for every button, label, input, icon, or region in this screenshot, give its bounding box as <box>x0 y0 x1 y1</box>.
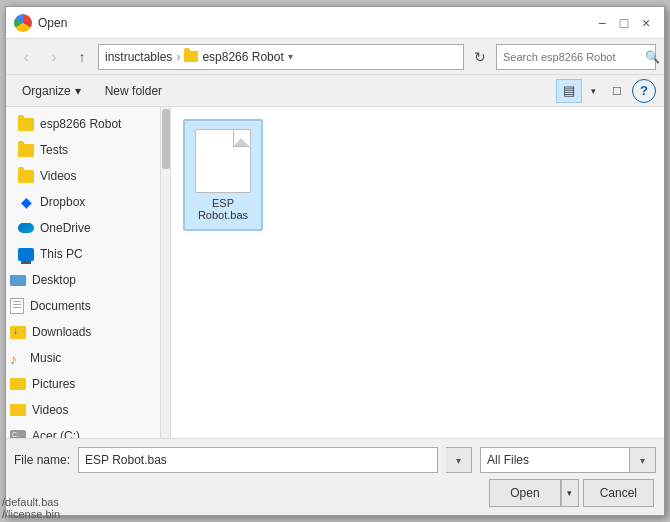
sidebar-label-thispc: This PC <box>40 247 83 261</box>
close-button[interactable]: × <box>636 13 656 33</box>
search-input[interactable] <box>503 51 641 63</box>
chrome-icon <box>14 14 32 32</box>
filename-dropdown-button[interactable]: ▾ <box>446 447 472 473</box>
maximize-button[interactable]: □ <box>614 13 634 33</box>
cancel-button[interactable]: Cancel <box>583 479 654 507</box>
new-folder-button[interactable]: New folder <box>97 79 170 103</box>
organize-button[interactable]: Organize ▾ <box>14 79 89 103</box>
title-controls: − □ × <box>592 13 656 33</box>
sidebar-item-videos[interactable]: Videos <box>6 397 170 423</box>
sidebar-item-dropbox[interactable]: ◆ Dropbox <box>6 189 170 215</box>
scrollbar-thumb <box>162 109 170 169</box>
sidebar-item-music[interactable]: ♪ Music <box>6 345 170 371</box>
breadcrumb-part2: esp8266 Robot <box>202 50 283 64</box>
thispc-icon <box>18 248 34 261</box>
sidebar-item-acer-c[interactable]: Acer (C:) <box>6 423 170 438</box>
bottom-bar: File name: ▾ All Files ▾ Open ▾ Cancel <box>6 438 664 515</box>
sidebar-label-tests: Tests <box>40 143 68 157</box>
title-bar-left: Open <box>14 14 67 32</box>
videos-icon <box>10 404 26 416</box>
open-dropdown-button[interactable]: ▾ <box>561 479 579 507</box>
sidebar-label-videos-side: Videos <box>40 169 76 183</box>
address-bar[interactable]: instructables › esp8266 Robot ▾ <box>98 44 464 70</box>
sidebar-label-onedrive: OneDrive <box>40 221 91 235</box>
new-folder-label: New folder <box>105 84 162 98</box>
forward-button[interactable]: › <box>42 45 66 69</box>
folder-icon <box>184 51 198 62</box>
action-bar: Organize ▾ New folder ▤ ▾ □ ? <box>6 75 664 107</box>
sidebar-item-thispc[interactable]: This PC <box>6 241 170 267</box>
downloads-icon <box>10 326 26 339</box>
layout-button[interactable]: □ <box>604 79 630 103</box>
sidebar-label-downloads: Downloads <box>32 325 91 339</box>
dialog-title: Open <box>38 16 67 30</box>
file-item-esp-robot-bas[interactable]: ESP Robot.bas <box>183 119 263 231</box>
search-icon: 🔍 <box>645 50 660 64</box>
filename-input[interactable] <box>78 447 438 473</box>
filetype-group: All Files ▾ <box>480 447 656 473</box>
minimize-button[interactable]: − <box>592 13 612 33</box>
breadcrumb-part1: instructables <box>105 50 172 64</box>
filetype-select[interactable]: All Files <box>480 447 630 473</box>
filename-row: File name: ▾ All Files ▾ <box>14 447 656 473</box>
sidebar-label-desktop: Desktop <box>32 273 76 287</box>
onedrive-icon <box>18 223 34 233</box>
open-button[interactable]: Open <box>489 479 560 507</box>
sidebar-item-videos-side[interactable]: Videos <box>6 163 170 189</box>
help-button[interactable]: ? <box>632 79 656 103</box>
refresh-button[interactable]: ↻ <box>468 45 492 69</box>
back-button[interactable]: ‹ <box>14 45 38 69</box>
file-name-esp-robot-bas: ESP Robot.bas <box>189 197 257 221</box>
filetype-dropdown-button[interactable]: ▾ <box>630 447 656 473</box>
bg-text-line1: //license.bin <box>2 508 60 520</box>
sidebar-item-tests[interactable]: Tests <box>6 137 170 163</box>
view-controls: ▤ ▾ □ ? <box>556 79 656 103</box>
file-area[interactable]: ESP Robot.bas <box>171 107 664 438</box>
view-dropdown-button[interactable]: ▾ <box>584 79 602 103</box>
filetype-value: All Files <box>487 453 529 467</box>
main-content: esp8266 Robot Tests Videos ◆ Dropbox One… <box>6 107 664 438</box>
sidebar-label-acer-c: Acer (C:) <box>32 429 80 438</box>
open-dialog: Open − □ × ‹ › ↑ instructables › esp8266… <box>5 6 665 516</box>
organize-chevron: ▾ <box>75 84 81 98</box>
breadcrumb-sep1: › <box>176 50 180 64</box>
search-bar[interactable]: 🔍 <box>496 44 656 70</box>
drive-icon <box>10 430 26 439</box>
desktop-icon <box>10 275 26 286</box>
title-bar: Open − □ × <box>6 7 664 39</box>
toolbar: ‹ › ↑ instructables › esp8266 Robot ▾ ↻ … <box>6 39 664 75</box>
sidebar-item-downloads[interactable]: Downloads <box>6 319 170 345</box>
sidebar-item-esp8266-robot[interactable]: esp8266 Robot <box>6 111 170 137</box>
breadcrumb: instructables › esp8266 Robot <box>105 50 284 64</box>
bg-text-line2: /default.bas <box>2 496 59 508</box>
folder-special-icon <box>18 118 34 131</box>
view-list-button[interactable]: ▤ <box>556 79 582 103</box>
open-button-group: Open ▾ <box>489 479 578 507</box>
sidebar-scrollbar[interactable] <box>160 107 170 438</box>
sidebar-item-desktop[interactable]: Desktop <box>6 267 170 293</box>
up-button[interactable]: ↑ <box>70 45 94 69</box>
sidebar-label-videos: Videos <box>32 403 68 417</box>
sidebar-label-dropbox: Dropbox <box>40 195 85 209</box>
music-icon: ♪ <box>10 351 24 365</box>
sidebar-label-documents: Documents <box>30 299 91 313</box>
folder-icon-videos-side <box>18 170 34 183</box>
sidebar-label-music: Music <box>30 351 61 365</box>
filename-label: File name: <box>14 453 70 467</box>
sidebar-item-pictures[interactable]: Pictures <box>6 371 170 397</box>
sidebar-item-onedrive[interactable]: OneDrive <box>6 215 170 241</box>
file-icon-esp-robot-bas <box>195 129 251 193</box>
folder-icon-tests <box>18 144 34 157</box>
address-chevron[interactable]: ▾ <box>288 51 293 62</box>
sidebar-label-esp8266-robot: esp8266 Robot <box>40 117 121 131</box>
bottom-actions: Open ▾ Cancel <box>14 479 656 507</box>
pictures-icon <box>10 378 26 390</box>
sidebar: esp8266 Robot Tests Videos ◆ Dropbox One… <box>6 107 171 438</box>
sidebar-label-pictures: Pictures <box>32 377 75 391</box>
organize-label: Organize <box>22 84 71 98</box>
sidebar-item-documents[interactable]: Documents <box>6 293 170 319</box>
documents-icon <box>10 298 24 314</box>
dropbox-icon: ◆ <box>18 194 34 210</box>
